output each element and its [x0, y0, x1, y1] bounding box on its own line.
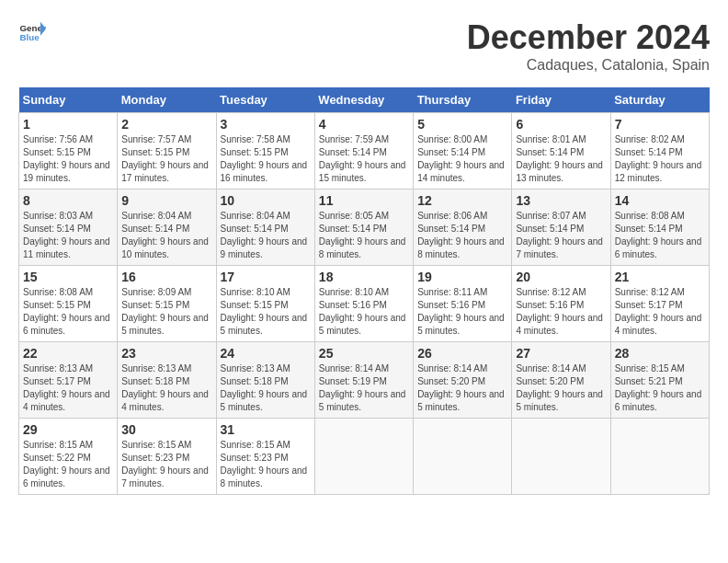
- day-number: 1: [23, 117, 113, 132]
- day-info: Sunrise: 8:13 AMSunset: 5:18 PMDaylight:…: [221, 362, 311, 414]
- logo: General Blue: [18, 18, 46, 46]
- calendar-cell: 24Sunrise: 8:13 AMSunset: 5:18 PMDayligh…: [216, 342, 314, 419]
- day-info: Sunrise: 8:04 AMSunset: 5:14 PMDaylight:…: [221, 210, 311, 261]
- calendar-body: 1Sunrise: 7:56 AMSunset: 5:15 PMDaylight…: [19, 113, 710, 495]
- day-number: 25: [319, 346, 409, 361]
- day-number: 9: [121, 193, 211, 208]
- day-number: 27: [516, 346, 606, 361]
- calendar-cell: 12Sunrise: 8:06 AMSunset: 5:14 PMDayligh…: [414, 190, 512, 266]
- day-header-friday: Friday: [512, 87, 610, 113]
- day-number: 24: [221, 346, 311, 361]
- day-number: 6: [516, 117, 606, 132]
- calendar-cell: 26Sunrise: 8:14 AMSunset: 5:20 PMDayligh…: [414, 342, 512, 419]
- day-info: Sunrise: 8:08 AMSunset: 5:15 PMDaylight:…: [23, 286, 113, 338]
- day-info: Sunrise: 8:02 AMSunset: 5:14 PMDaylight:…: [615, 133, 705, 185]
- day-info: Sunrise: 8:06 AMSunset: 5:14 PMDaylight:…: [417, 210, 507, 261]
- calendar-cell: 16Sunrise: 8:09 AMSunset: 5:15 PMDayligh…: [118, 266, 216, 342]
- header: General Blue December 2024 Cadaques, Cat…: [18, 18, 710, 74]
- calendar-cell: 27Sunrise: 8:14 AMSunset: 5:20 PMDayligh…: [512, 342, 610, 419]
- day-number: 12: [417, 193, 507, 208]
- day-info: Sunrise: 8:07 AMSunset: 5:14 PMDaylight:…: [516, 210, 606, 261]
- day-number: 29: [23, 422, 113, 437]
- calendar-cell: 4Sunrise: 7:59 AMSunset: 5:14 PMDaylight…: [314, 113, 413, 190]
- calendar-cell: 14Sunrise: 8:08 AMSunset: 5:14 PMDayligh…: [610, 190, 709, 266]
- day-number: 18: [319, 270, 409, 284]
- day-header-sunday: Sunday: [19, 87, 118, 113]
- day-number: 22: [23, 346, 113, 361]
- calendar-cell: [610, 419, 709, 495]
- calendar-cell: 17Sunrise: 8:10 AMSunset: 5:15 PMDayligh…: [216, 266, 314, 342]
- day-number: 3: [221, 117, 311, 132]
- day-info: Sunrise: 7:56 AMSunset: 5:15 PMDaylight:…: [23, 133, 113, 185]
- day-info: Sunrise: 8:05 AMSunset: 5:14 PMDaylight:…: [319, 210, 409, 261]
- day-number: 8: [23, 193, 113, 208]
- calendar-cell: [414, 419, 512, 495]
- calendar-cell: 25Sunrise: 8:14 AMSunset: 5:19 PMDayligh…: [314, 342, 413, 419]
- day-info: Sunrise: 8:13 AMSunset: 5:17 PMDaylight:…: [23, 362, 113, 414]
- calendar-cell: 31Sunrise: 8:15 AMSunset: 5:23 PMDayligh…: [216, 419, 314, 495]
- calendar-cell: 28Sunrise: 8:15 AMSunset: 5:21 PMDayligh…: [610, 342, 709, 419]
- day-info: Sunrise: 8:03 AMSunset: 5:14 PMDaylight:…: [23, 210, 113, 261]
- day-number: 5: [417, 117, 507, 132]
- day-header-saturday: Saturday: [610, 87, 709, 113]
- day-info: Sunrise: 8:14 AMSunset: 5:20 PMDaylight:…: [516, 362, 606, 414]
- location-title: Cadaques, Catalonia, Spain: [467, 57, 710, 74]
- day-number: 10: [221, 193, 311, 208]
- calendar-cell: 30Sunrise: 8:15 AMSunset: 5:23 PMDayligh…: [118, 419, 216, 495]
- day-info: Sunrise: 8:15 AMSunset: 5:21 PMDaylight:…: [615, 362, 705, 414]
- day-info: Sunrise: 8:00 AMSunset: 5:14 PMDaylight:…: [417, 133, 507, 185]
- calendar-cell: 1Sunrise: 7:56 AMSunset: 5:15 PMDaylight…: [19, 113, 118, 190]
- calendar-cell: 18Sunrise: 8:10 AMSunset: 5:16 PMDayligh…: [314, 266, 413, 342]
- calendar-cell: 20Sunrise: 8:12 AMSunset: 5:16 PMDayligh…: [512, 266, 610, 342]
- day-number: 15: [23, 270, 113, 284]
- day-number: 21: [615, 270, 705, 284]
- calendar-table: SundayMondayTuesdayWednesdayThursdayFrid…: [18, 87, 710, 495]
- day-info: Sunrise: 8:11 AMSunset: 5:16 PMDaylight:…: [417, 286, 507, 338]
- day-info: Sunrise: 8:10 AMSunset: 5:16 PMDaylight:…: [319, 286, 409, 338]
- calendar-cell: [512, 419, 610, 495]
- calendar-cell: 29Sunrise: 8:15 AMSunset: 5:22 PMDayligh…: [19, 419, 118, 495]
- calendar-cell: 8Sunrise: 8:03 AMSunset: 5:14 PMDaylight…: [19, 190, 118, 266]
- day-info: Sunrise: 8:13 AMSunset: 5:18 PMDaylight:…: [121, 362, 211, 414]
- title-section: December 2024 Cadaques, Catalonia, Spain: [467, 18, 710, 74]
- day-number: 7: [615, 117, 705, 132]
- calendar-cell: 19Sunrise: 8:11 AMSunset: 5:16 PMDayligh…: [414, 266, 512, 342]
- day-info: Sunrise: 8:15 AMSunset: 5:23 PMDaylight:…: [121, 439, 211, 490]
- calendar-week-row: 1Sunrise: 7:56 AMSunset: 5:15 PMDaylight…: [19, 113, 710, 190]
- month-title: December 2024: [467, 18, 710, 57]
- calendar-week-row: 22Sunrise: 8:13 AMSunset: 5:17 PMDayligh…: [19, 342, 710, 419]
- calendar-cell: 10Sunrise: 8:04 AMSunset: 5:14 PMDayligh…: [216, 190, 314, 266]
- day-info: Sunrise: 8:12 AMSunset: 5:16 PMDaylight:…: [516, 286, 606, 338]
- calendar-cell: 6Sunrise: 8:01 AMSunset: 5:14 PMDaylight…: [512, 113, 610, 190]
- calendar-cell: 22Sunrise: 8:13 AMSunset: 5:17 PMDayligh…: [19, 342, 118, 419]
- day-info: Sunrise: 8:14 AMSunset: 5:19 PMDaylight:…: [319, 362, 409, 414]
- calendar-week-row: 8Sunrise: 8:03 AMSunset: 5:14 PMDaylight…: [19, 190, 710, 266]
- day-number: 11: [319, 193, 409, 208]
- day-info: Sunrise: 8:15 AMSunset: 5:22 PMDaylight:…: [23, 439, 113, 490]
- logo-icon: General Blue: [18, 18, 46, 46]
- day-number: 19: [417, 270, 507, 284]
- day-info: Sunrise: 8:10 AMSunset: 5:15 PMDaylight:…: [221, 286, 311, 338]
- day-header-monday: Monday: [118, 87, 216, 113]
- calendar-cell: 5Sunrise: 8:00 AMSunset: 5:14 PMDaylight…: [414, 113, 512, 190]
- day-number: 14: [615, 193, 705, 208]
- day-info: Sunrise: 8:09 AMSunset: 5:15 PMDaylight:…: [121, 286, 211, 338]
- day-info: Sunrise: 8:15 AMSunset: 5:23 PMDaylight:…: [221, 439, 311, 490]
- day-info: Sunrise: 8:12 AMSunset: 5:17 PMDaylight:…: [615, 286, 705, 338]
- day-header-thursday: Thursday: [414, 87, 512, 113]
- day-info: Sunrise: 8:01 AMSunset: 5:14 PMDaylight:…: [516, 133, 606, 185]
- day-number: 28: [615, 346, 705, 361]
- calendar-header-row: SundayMondayTuesdayWednesdayThursdayFrid…: [19, 87, 710, 113]
- calendar-cell: 2Sunrise: 7:57 AMSunset: 5:15 PMDaylight…: [118, 113, 216, 190]
- day-number: 31: [221, 422, 311, 437]
- day-number: 20: [516, 270, 606, 284]
- day-info: Sunrise: 7:58 AMSunset: 5:15 PMDaylight:…: [221, 133, 311, 185]
- day-number: 2: [121, 117, 211, 132]
- calendar-cell: 3Sunrise: 7:58 AMSunset: 5:15 PMDaylight…: [216, 113, 314, 190]
- calendar-cell: 7Sunrise: 8:02 AMSunset: 5:14 PMDaylight…: [610, 113, 709, 190]
- day-info: Sunrise: 8:04 AMSunset: 5:14 PMDaylight:…: [121, 210, 211, 261]
- day-number: 26: [417, 346, 507, 361]
- calendar-cell: 13Sunrise: 8:07 AMSunset: 5:14 PMDayligh…: [512, 190, 610, 266]
- calendar-cell: 9Sunrise: 8:04 AMSunset: 5:14 PMDaylight…: [118, 190, 216, 266]
- svg-text:Blue: Blue: [20, 32, 40, 42]
